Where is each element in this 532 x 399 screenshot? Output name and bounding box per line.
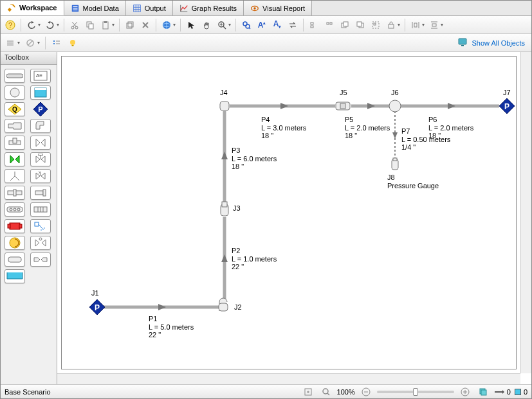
junction-J2[interactable] [219, 298, 228, 311]
pan-tool[interactable] [199, 18, 214, 32]
reverse-button[interactable] [286, 18, 300, 32]
zoom-in-button[interactable] [458, 385, 472, 399]
tool-compressor[interactable] [5, 219, 25, 233]
junction-J4[interactable] [220, 102, 229, 111]
distribute-v-dropdown[interactable]: ▾ [441, 22, 445, 28]
font-decrease-button[interactable]: A▾ [270, 18, 284, 32]
tool-orifice[interactable] [5, 186, 25, 200]
tool-pipe[interactable] [5, 69, 25, 83]
label-J1: J1 [91, 289, 99, 297]
tool-reservoir[interactable] [30, 85, 51, 100]
tab-visual-report[interactable]: Visual Report [244, 1, 312, 15]
paste-button[interactable] [98, 18, 113, 32]
tool-branch[interactable] [5, 85, 25, 100]
svg-rect-21 [89, 24, 93, 29]
pipe-label-P7: P7 L = 0.50 meters 1/4 " [401, 127, 450, 152]
tool-annotation[interactable]: A≡ [30, 69, 51, 83]
tab-model-data[interactable]: Model Data [64, 1, 126, 15]
zoom-tool[interactable] [215, 18, 229, 32]
chart-icon [179, 4, 188, 13]
vertical-scrollbar[interactable] [520, 52, 531, 373]
distribute-v-button[interactable] [427, 18, 441, 32]
list2-icon[interactable] [50, 36, 64, 50]
tool-tee[interactable] [5, 136, 25, 150]
junction-J1[interactable]: P [89, 299, 105, 315]
junction-J5[interactable] [336, 102, 350, 110]
tool-check-valve[interactable] [5, 152, 25, 166]
tool-screen[interactable] [30, 202, 51, 217]
lock-button[interactable] [384, 18, 398, 32]
label-J4: J4 [220, 89, 228, 96]
align-left-button[interactable] [307, 18, 321, 32]
svg-line-107 [39, 224, 42, 229]
svg-rect-87 [39, 154, 42, 155]
workspace-canvas[interactable]: P P J1 J2 J3 J4 J5 J6 [61, 56, 517, 369]
junction-J6[interactable] [389, 100, 401, 112]
forbidden-icon[interactable] [23, 36, 37, 50]
tool-elbow[interactable] [30, 119, 51, 133]
zoom-slider[interactable] [377, 391, 454, 393]
tool-nozzle[interactable] [30, 219, 51, 233]
redo-button[interactable] [43, 18, 57, 32]
zoom-100-button[interactable] [319, 385, 333, 399]
bulb-icon[interactable] [66, 36, 80, 50]
distribute-dropdown[interactable]: ▾ [422, 22, 426, 28]
scenario-label: Base Scenario [5, 388, 51, 396]
zoom-fit-button[interactable] [301, 385, 315, 399]
align-center-button[interactable] [322, 18, 336, 32]
group-button[interactable] [369, 18, 383, 32]
distribute-h-button[interactable] [408, 18, 423, 32]
tool-assigned-flow[interactable]: Q [5, 102, 25, 116]
paste-dropdown[interactable]: ▾ [112, 22, 116, 28]
list-dropdown[interactable]: ▾ [17, 40, 21, 46]
delete-button[interactable] [138, 18, 152, 32]
tab-workspace[interactable]: Workspace [1, 1, 64, 15]
find-button[interactable] [239, 18, 253, 32]
tool-area-change[interactable] [5, 119, 25, 133]
svg-rect-115 [8, 257, 21, 262]
tool-tank[interactable] [5, 269, 25, 283]
svg-rect-104 [8, 224, 10, 228]
layer-back-button[interactable] [353, 18, 367, 32]
svg-marker-122 [392, 132, 398, 139]
svg-point-131 [389, 100, 401, 112]
layer-front-button[interactable] [338, 18, 352, 32]
show-all-objects-button[interactable]: Show All Objects [454, 38, 529, 48]
tool-control-valve[interactable] [30, 152, 51, 166]
cut-button[interactable] [68, 18, 82, 32]
tab-graph-results[interactable]: Graph Results [173, 1, 244, 15]
tab-bar: Workspace Model Data Output Graph Result… [1, 1, 531, 16]
horizontal-scrollbar[interactable] [57, 373, 520, 384]
zoom-out-button[interactable] [359, 385, 373, 399]
layers-icon[interactable] [476, 385, 490, 399]
tool-general[interactable] [5, 253, 25, 267]
undo-dropdown[interactable]: ▾ [38, 22, 42, 28]
tool-relief-valve[interactable] [30, 169, 51, 183]
duplicate-button[interactable] [123, 18, 137, 32]
list-icon[interactable] [3, 36, 17, 50]
tool-dead-end[interactable] [30, 186, 51, 200]
forbidden-dropdown[interactable]: ▾ [37, 40, 41, 46]
tool-venturi[interactable] [30, 253, 51, 267]
tool-heat-exchanger[interactable] [5, 202, 25, 217]
lock-dropdown[interactable]: ▾ [398, 22, 401, 28]
tool-fan[interactable] [30, 236, 51, 250]
svg-rect-93 [35, 191, 43, 195]
redo-dropdown[interactable]: ▾ [57, 22, 60, 28]
undo-button[interactable] [24, 18, 39, 32]
tool-spray[interactable] [5, 169, 25, 183]
junction-J3[interactable] [221, 202, 228, 216]
tab-output[interactable]: Output [126, 1, 173, 15]
tool-valve1[interactable] [30, 136, 51, 150]
tool-assigned-pressure[interactable]: P [30, 102, 51, 116]
globe-icon[interactable] [160, 18, 174, 32]
junction-J7[interactable]: P [499, 98, 515, 114]
tool-pump[interactable] [5, 236, 25, 250]
globe-dropdown[interactable]: ▾ [173, 22, 177, 28]
junction-J8[interactable] [392, 158, 398, 170]
copy-button[interactable] [83, 18, 97, 32]
pointer-tool[interactable] [184, 18, 198, 32]
font-increase-button[interactable]: A▴ [255, 18, 269, 32]
help-icon[interactable]: ? [3, 18, 17, 32]
zoom-dropdown[interactable]: ▾ [228, 22, 232, 28]
